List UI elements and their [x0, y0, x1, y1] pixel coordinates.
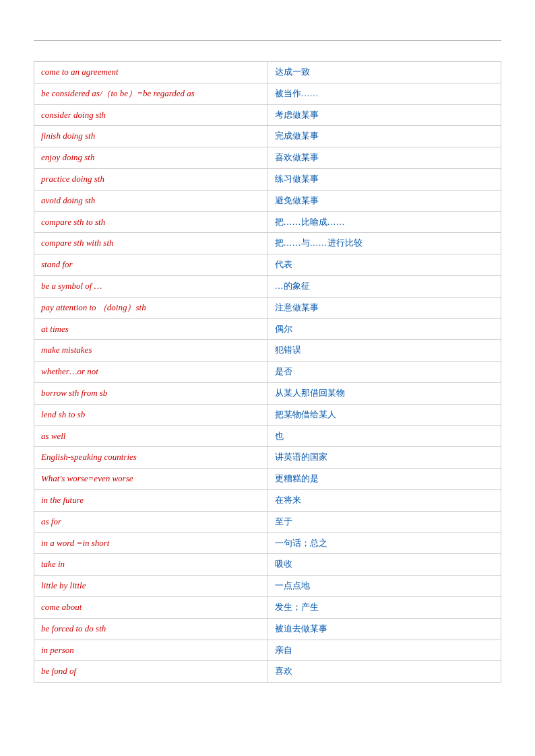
table-row: practice doing sth练习做某事 — [34, 168, 501, 190]
chinese-translation: 练习做某事 — [268, 168, 501, 190]
chinese-translation: …的象征 — [268, 275, 501, 297]
table-row: come to an agreement达成一致 — [34, 62, 501, 83]
english-phrase: as well — [34, 425, 268, 447]
english-phrase: take in — [34, 554, 268, 576]
table-row: stand for代表 — [34, 254, 501, 276]
chinese-translation: 亲自 — [268, 640, 501, 661]
table-row: enjoy doing sth喜欢做某事 — [34, 147, 501, 169]
table-row: be fond of喜欢 — [34, 661, 501, 683]
chinese-translation: 讲英语的国家 — [268, 447, 501, 469]
table-row: come about发生；产生 — [34, 596, 501, 618]
english-phrase: in the future — [34, 489, 268, 511]
english-phrase: be fond of — [34, 661, 268, 683]
chinese-translation: 被迫去做某事 — [268, 618, 501, 640]
chinese-translation: 喜欢 — [268, 661, 501, 683]
table-row: What's worse=even worse更糟糕的是 — [34, 469, 501, 490]
table-row: lend sh to sb把某物借给某人 — [34, 404, 501, 425]
table-row: in person亲自 — [34, 640, 501, 661]
table-row: compare sth to sth把……比喻成…… — [34, 211, 501, 233]
english-phrase: compare sth to sth — [34, 211, 268, 233]
chinese-translation: 也 — [268, 425, 501, 447]
table-row: compare sth with sth把……与……进行比较 — [34, 233, 501, 254]
english-phrase: stand for — [34, 254, 268, 276]
english-phrase: practice doing sth — [34, 168, 268, 190]
english-phrase: avoid doing sth — [34, 190, 268, 211]
table-row: whether…or not是否 — [34, 362, 501, 383]
english-phrase: What's worse=even worse — [34, 469, 268, 490]
chinese-translation: 喜欢做某事 — [268, 147, 501, 169]
chinese-translation: 避免做某事 — [268, 190, 501, 211]
chinese-translation: 考虑做某事 — [268, 104, 501, 126]
vocabulary-table: come to an agreement达成一致be considered as… — [34, 61, 501, 683]
english-phrase: as for — [34, 511, 268, 532]
table-row: borrow sth from sb从某人那借回某物 — [34, 382, 501, 404]
chinese-translation: 注意做某事 — [268, 297, 501, 318]
english-phrase: at times — [34, 318, 268, 340]
english-phrase: be a symbol of … — [34, 275, 268, 297]
chinese-translation: 完成做某事 — [268, 126, 501, 147]
english-phrase: consider doing sth — [34, 104, 268, 126]
chinese-translation: 犯错误 — [268, 340, 501, 362]
table-row: be a symbol of ……的象征 — [34, 275, 501, 297]
table-row: take in吸收 — [34, 554, 501, 576]
english-phrase: in person — [34, 640, 268, 661]
chinese-translation: 达成一致 — [268, 62, 501, 83]
english-phrase: English-speaking countries — [34, 447, 268, 469]
chinese-translation: 至于 — [268, 511, 501, 532]
table-row: be considered as/（to be）=be regarded as被… — [34, 83, 501, 104]
chinese-translation: 吸收 — [268, 554, 501, 576]
english-phrase: compare sth with sth — [34, 233, 268, 254]
english-phrase: lend sh to sb — [34, 404, 268, 425]
english-phrase: whether…or not — [34, 362, 268, 383]
chinese-translation: 把……与……进行比较 — [268, 233, 501, 254]
table-row: avoid doing sth避免做某事 — [34, 190, 501, 211]
table-row: in a word =in short一句话；总之 — [34, 532, 501, 554]
english-phrase: come about — [34, 596, 268, 618]
chinese-translation: 被当作…… — [268, 83, 501, 104]
chinese-translation: 把某物借给某人 — [268, 404, 501, 425]
table-row: finish doing sth完成做某事 — [34, 126, 501, 147]
table-row: English-speaking countries讲英语的国家 — [34, 447, 501, 469]
table-row: pay attention to （doing）sth注意做某事 — [34, 297, 501, 318]
table-row: at times偶尔 — [34, 318, 501, 340]
table-row: in the future在将来 — [34, 489, 501, 511]
chinese-translation: 是否 — [268, 362, 501, 383]
chinese-translation: 一句话；总之 — [268, 532, 501, 554]
chinese-translation: 更糟糕的是 — [268, 469, 501, 490]
table-row: as well也 — [34, 425, 501, 447]
english-phrase: be forced to do sth — [34, 618, 268, 640]
english-phrase: enjoy doing sth — [34, 147, 268, 169]
english-phrase: little by little — [34, 576, 268, 597]
chinese-translation: 偶尔 — [268, 318, 501, 340]
table-row: consider doing sth考虑做某事 — [34, 104, 501, 126]
table-row: be forced to do sth被迫去做某事 — [34, 618, 501, 640]
table-row: little by little一点点地 — [34, 576, 501, 597]
table-row: make mistakes犯错误 — [34, 340, 501, 362]
table-row: as for至于 — [34, 511, 501, 532]
chinese-translation: 发生；产生 — [268, 596, 501, 618]
english-phrase: pay attention to （doing）sth — [34, 297, 268, 318]
chinese-translation: 把……比喻成…… — [268, 211, 501, 233]
english-phrase: make mistakes — [34, 340, 268, 362]
english-phrase: come to an agreement — [34, 62, 268, 83]
chinese-translation: 一点点地 — [268, 576, 501, 597]
english-phrase: be considered as/（to be）=be regarded as — [34, 83, 268, 104]
chinese-translation: 从某人那借回某物 — [268, 382, 501, 404]
page: come to an agreement达成一致be considered as… — [0, 0, 535, 710]
chinese-translation: 在将来 — [268, 489, 501, 511]
chinese-translation: 代表 — [268, 254, 501, 276]
english-phrase: finish doing sth — [34, 126, 268, 147]
english-phrase: borrow sth from sb — [34, 382, 268, 404]
english-phrase: in a word =in short — [34, 532, 268, 554]
top-divider — [34, 40, 501, 41]
